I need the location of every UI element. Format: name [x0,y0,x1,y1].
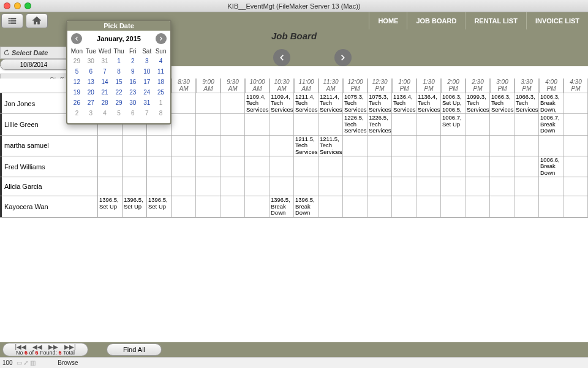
datepicker-day[interactable]: 8 [154,108,168,118]
schedule-cell[interactable] [343,196,368,217]
schedule-cell[interactable] [514,196,539,217]
schedule-cell[interactable] [343,136,368,156]
first-record-button[interactable]: |◀◀ [15,343,26,350]
schedule-cell[interactable]: 1226.5, Tech Services, [343,114,368,134]
datepicker-day[interactable]: 12 [70,77,84,87]
schedule-cell[interactable] [539,136,564,156]
schedule-cell[interactable] [441,177,466,196]
datepicker-day[interactable]: 23 [126,87,140,98]
schedule-cell[interactable] [441,136,466,156]
schedule-cell[interactable] [123,156,147,177]
schedule-cell[interactable]: 1109.4, Tech Services, [245,93,270,113]
schedule-cell[interactable] [466,136,490,156]
schedule-cell[interactable] [147,136,172,156]
schedule-cell[interactable] [245,136,270,156]
schedule-cell[interactable] [514,136,539,156]
schedule-cell[interactable] [221,196,245,217]
datepicker-day[interactable]: 22 [112,87,126,98]
schedule-cell[interactable] [221,93,245,113]
schedule-cell[interactable]: 1396.5, Break Down [294,196,318,217]
datepicker-day[interactable]: 17 [140,77,154,87]
datepicker-day[interactable]: 11 [154,66,168,77]
nav-home[interactable]: HOME [369,12,407,29]
schedule-cell[interactable] [318,177,343,196]
schedule-cell[interactable] [318,114,343,134]
schedule-cell[interactable] [123,136,147,156]
schedule-cell[interactable]: 1211.4, Tech Services, [318,93,343,113]
schedule-cell[interactable] [466,156,490,177]
nav-invoice-list[interactable]: INVOICE LIST [526,12,588,29]
datepicker-day[interactable]: 2 [70,108,84,118]
schedule-cell[interactable] [490,196,514,217]
schedule-cell[interactable] [270,114,294,134]
date-field[interactable]: 10/8/2014 [0,59,67,70]
schedule-cell[interactable] [368,136,392,156]
schedule-cell[interactable] [466,114,490,134]
datepicker-day[interactable]: 24 [140,87,154,98]
datepicker-day[interactable]: 8 [112,66,126,77]
datepicker-day[interactable]: 16 [126,77,140,87]
datepicker-day[interactable]: 4 [154,56,168,66]
datepicker-day[interactable]: 18 [154,77,168,87]
schedule-cell[interactable] [294,177,318,196]
schedule-cell[interactable] [490,177,514,196]
datepicker-day[interactable]: 27 [84,98,98,108]
schedule-cell[interactable] [221,136,245,156]
schedule-cell[interactable] [196,156,221,177]
schedule-cell[interactable] [343,156,368,177]
schedule-cell[interactable]: 1226.5, Tech Services, [368,114,392,134]
schedule-cell[interactable] [417,114,441,134]
schedule-cell[interactable]: 1396.5, Set Up [98,196,123,217]
schedule-cell[interactable]: 1066.3, Tech Services [514,93,539,113]
schedule-cell[interactable] [368,156,392,177]
datepicker-next-button[interactable] [156,33,167,44]
schedule-cell[interactable]: 1006.3, Set Up, 1006.5, [441,93,466,113]
schedule-cell[interactable]: 1109.4, Tech Services, [270,93,294,113]
schedule-cell[interactable] [221,156,245,177]
schedule-cell[interactable] [294,114,318,134]
schedule-cell[interactable] [417,177,441,196]
schedule-cell[interactable] [539,196,564,217]
datepicker-prev-button[interactable] [71,33,82,44]
schedule-cell[interactable]: 1396.5, Break Down [270,196,294,217]
next-day-button[interactable] [334,49,352,66]
datepicker-day[interactable]: 15 [112,77,126,87]
schedule-cell[interactable] [123,177,147,196]
schedule-cell[interactable]: 1006.3, Break Down, [539,93,564,113]
schedule-cell[interactable] [368,196,392,217]
datepicker-day[interactable]: 21 [98,87,112,98]
schedule-cell[interactable]: 1006.7, Break Down [539,114,564,134]
schedule-cell[interactable] [466,196,490,217]
schedule-cell[interactable] [417,196,441,217]
schedule-cell[interactable] [172,93,196,113]
schedule-cell[interactable] [196,196,221,217]
schedule-cell[interactable]: 1075.3, Tech Services, [368,93,392,113]
schedule-cell[interactable] [318,196,343,217]
datepicker-day[interactable]: 20 [84,87,98,98]
schedule-cell[interactable] [490,156,514,177]
datepicker-day[interactable]: 19 [70,87,84,98]
datepicker-day[interactable]: 1 [112,56,126,66]
schedule-cell[interactable]: 1066.3, Tech Services [490,93,514,113]
datepicker-day[interactable]: 2 [126,56,140,66]
prev-day-button[interactable] [273,49,290,66]
schedule-cell[interactable] [245,196,270,217]
find-all-button[interactable]: Find All [107,343,162,356]
schedule-cell[interactable] [490,136,514,156]
home-button[interactable] [26,13,48,28]
datepicker-day[interactable]: 1 [154,98,168,108]
nav-job-board[interactable]: JOB BOARD [407,12,465,29]
datepicker-day[interactable]: 14 [98,77,112,87]
schedule-cell[interactable] [172,136,196,156]
schedule-cell[interactable] [564,114,588,134]
schedule-cell[interactable]: 1211.5, Tech Services [294,136,318,156]
next-record-button[interactable]: ▶▶ [48,343,58,350]
schedule-cell[interactable] [270,156,294,177]
last-record-button[interactable]: ▶▶| [64,343,76,350]
datepicker-day[interactable]: 10 [140,66,154,77]
schedule-cell[interactable]: 1099.3, Tech Services [466,93,490,113]
schedule-cell[interactable] [514,114,539,134]
schedule-cell[interactable] [98,136,123,156]
schedule-cell[interactable]: 1136.4, Tech Services, [392,93,417,113]
schedule-cell[interactable] [172,114,196,134]
